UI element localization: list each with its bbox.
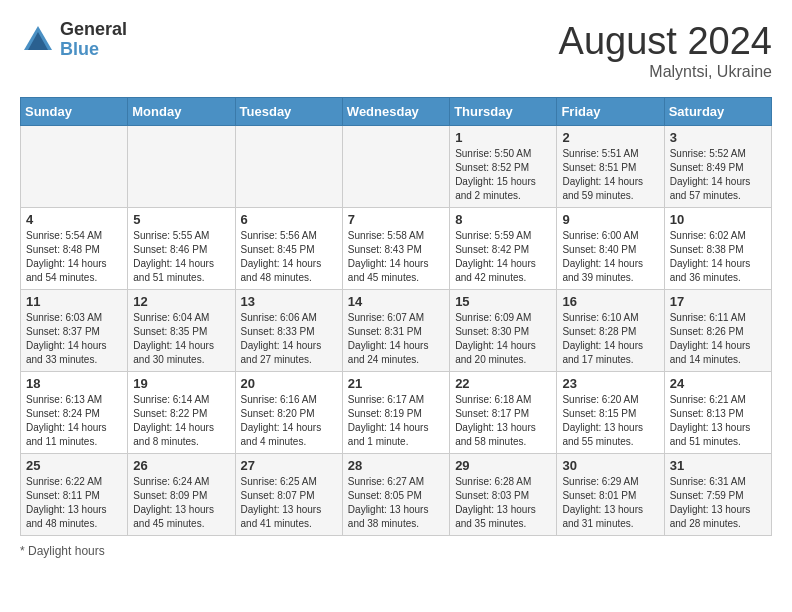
day-number: 17 [670, 294, 766, 309]
day-number: 21 [348, 376, 444, 391]
table-cell: 26Sunrise: 6:24 AM Sunset: 8:09 PM Dayli… [128, 454, 235, 536]
table-cell [342, 126, 449, 208]
day-number: 15 [455, 294, 551, 309]
week-row-4: 25Sunrise: 6:22 AM Sunset: 8:11 PM Dayli… [21, 454, 772, 536]
logo-blue: Blue [60, 40, 127, 60]
table-cell: 24Sunrise: 6:21 AM Sunset: 8:13 PM Dayli… [664, 372, 771, 454]
day-info: Sunrise: 6:17 AM Sunset: 8:19 PM Dayligh… [348, 393, 444, 449]
day-info: Sunrise: 5:55 AM Sunset: 8:46 PM Dayligh… [133, 229, 229, 285]
table-cell: 1Sunrise: 5:50 AM Sunset: 8:52 PM Daylig… [450, 126, 557, 208]
calendar-header: Sunday Monday Tuesday Wednesday Thursday… [21, 98, 772, 126]
day-info: Sunrise: 6:14 AM Sunset: 8:22 PM Dayligh… [133, 393, 229, 449]
logo-general: General [60, 20, 127, 40]
day-number: 14 [348, 294, 444, 309]
table-cell [235, 126, 342, 208]
table-cell: 7Sunrise: 5:58 AM Sunset: 8:43 PM Daylig… [342, 208, 449, 290]
calendar-table: Sunday Monday Tuesday Wednesday Thursday… [20, 97, 772, 536]
day-info: Sunrise: 6:13 AM Sunset: 8:24 PM Dayligh… [26, 393, 122, 449]
logo-icon [20, 22, 56, 58]
day-number: 18 [26, 376, 122, 391]
day-number: 7 [348, 212, 444, 227]
table-cell: 21Sunrise: 6:17 AM Sunset: 8:19 PM Dayli… [342, 372, 449, 454]
table-cell: 2Sunrise: 5:51 AM Sunset: 8:51 PM Daylig… [557, 126, 664, 208]
day-info: Sunrise: 6:09 AM Sunset: 8:30 PM Dayligh… [455, 311, 551, 367]
table-cell: 19Sunrise: 6:14 AM Sunset: 8:22 PM Dayli… [128, 372, 235, 454]
day-info: Sunrise: 5:56 AM Sunset: 8:45 PM Dayligh… [241, 229, 337, 285]
day-info: Sunrise: 6:11 AM Sunset: 8:26 PM Dayligh… [670, 311, 766, 367]
day-info: Sunrise: 6:16 AM Sunset: 8:20 PM Dayligh… [241, 393, 337, 449]
day-info: Sunrise: 5:50 AM Sunset: 8:52 PM Dayligh… [455, 147, 551, 203]
table-cell: 28Sunrise: 6:27 AM Sunset: 8:05 PM Dayli… [342, 454, 449, 536]
day-number: 5 [133, 212, 229, 227]
day-number: 31 [670, 458, 766, 473]
table-cell: 23Sunrise: 6:20 AM Sunset: 8:15 PM Dayli… [557, 372, 664, 454]
week-row-1: 4Sunrise: 5:54 AM Sunset: 8:48 PM Daylig… [21, 208, 772, 290]
day-info: Sunrise: 6:29 AM Sunset: 8:01 PM Dayligh… [562, 475, 658, 531]
table-cell: 15Sunrise: 6:09 AM Sunset: 8:30 PM Dayli… [450, 290, 557, 372]
calendar-body: 1Sunrise: 5:50 AM Sunset: 8:52 PM Daylig… [21, 126, 772, 536]
header-thursday: Thursday [450, 98, 557, 126]
day-info: Sunrise: 6:25 AM Sunset: 8:07 PM Dayligh… [241, 475, 337, 531]
table-cell: 14Sunrise: 6:07 AM Sunset: 8:31 PM Dayli… [342, 290, 449, 372]
day-number: 3 [670, 130, 766, 145]
header-row: Sunday Monday Tuesday Wednesday Thursday… [21, 98, 772, 126]
day-info: Sunrise: 6:04 AM Sunset: 8:35 PM Dayligh… [133, 311, 229, 367]
day-info: Sunrise: 6:24 AM Sunset: 8:09 PM Dayligh… [133, 475, 229, 531]
page-header: General Blue August 2024 Malyntsi, Ukrai… [20, 20, 772, 81]
day-number: 28 [348, 458, 444, 473]
day-info: Sunrise: 6:10 AM Sunset: 8:28 PM Dayligh… [562, 311, 658, 367]
logo-text: General Blue [60, 20, 127, 60]
week-row-2: 11Sunrise: 6:03 AM Sunset: 8:37 PM Dayli… [21, 290, 772, 372]
header-wednesday: Wednesday [342, 98, 449, 126]
day-number: 9 [562, 212, 658, 227]
day-number: 26 [133, 458, 229, 473]
day-number: 11 [26, 294, 122, 309]
table-cell: 8Sunrise: 5:59 AM Sunset: 8:42 PM Daylig… [450, 208, 557, 290]
table-cell: 25Sunrise: 6:22 AM Sunset: 8:11 PM Dayli… [21, 454, 128, 536]
header-friday: Friday [557, 98, 664, 126]
day-info: Sunrise: 5:52 AM Sunset: 8:49 PM Dayligh… [670, 147, 766, 203]
table-cell: 12Sunrise: 6:04 AM Sunset: 8:35 PM Dayli… [128, 290, 235, 372]
day-info: Sunrise: 6:02 AM Sunset: 8:38 PM Dayligh… [670, 229, 766, 285]
table-cell: 20Sunrise: 6:16 AM Sunset: 8:20 PM Dayli… [235, 372, 342, 454]
title-block: August 2024 Malyntsi, Ukraine [559, 20, 772, 81]
day-number: 30 [562, 458, 658, 473]
table-cell: 22Sunrise: 6:18 AM Sunset: 8:17 PM Dayli… [450, 372, 557, 454]
day-number: 29 [455, 458, 551, 473]
day-info: Sunrise: 6:18 AM Sunset: 8:17 PM Dayligh… [455, 393, 551, 449]
day-number: 1 [455, 130, 551, 145]
day-info: Sunrise: 6:00 AM Sunset: 8:40 PM Dayligh… [562, 229, 658, 285]
day-number: 23 [562, 376, 658, 391]
table-cell: 17Sunrise: 6:11 AM Sunset: 8:26 PM Dayli… [664, 290, 771, 372]
day-info: Sunrise: 6:28 AM Sunset: 8:03 PM Dayligh… [455, 475, 551, 531]
week-row-3: 18Sunrise: 6:13 AM Sunset: 8:24 PM Dayli… [21, 372, 772, 454]
day-info: Sunrise: 6:22 AM Sunset: 8:11 PM Dayligh… [26, 475, 122, 531]
day-info: Sunrise: 5:51 AM Sunset: 8:51 PM Dayligh… [562, 147, 658, 203]
day-number: 19 [133, 376, 229, 391]
table-cell: 13Sunrise: 6:06 AM Sunset: 8:33 PM Dayli… [235, 290, 342, 372]
table-cell [128, 126, 235, 208]
footer-note-text: Daylight hours [28, 544, 105, 558]
table-cell: 9Sunrise: 6:00 AM Sunset: 8:40 PM Daylig… [557, 208, 664, 290]
table-cell: 5Sunrise: 5:55 AM Sunset: 8:46 PM Daylig… [128, 208, 235, 290]
location-title: Malyntsi, Ukraine [559, 63, 772, 81]
day-info: Sunrise: 5:54 AM Sunset: 8:48 PM Dayligh… [26, 229, 122, 285]
day-info: Sunrise: 5:59 AM Sunset: 8:42 PM Dayligh… [455, 229, 551, 285]
day-info: Sunrise: 6:31 AM Sunset: 7:59 PM Dayligh… [670, 475, 766, 531]
day-info: Sunrise: 6:06 AM Sunset: 8:33 PM Dayligh… [241, 311, 337, 367]
header-sunday: Sunday [21, 98, 128, 126]
day-info: Sunrise: 6:27 AM Sunset: 8:05 PM Dayligh… [348, 475, 444, 531]
day-number: 27 [241, 458, 337, 473]
table-cell [21, 126, 128, 208]
table-cell: 3Sunrise: 5:52 AM Sunset: 8:49 PM Daylig… [664, 126, 771, 208]
month-title: August 2024 [559, 20, 772, 63]
header-saturday: Saturday [664, 98, 771, 126]
table-cell: 27Sunrise: 6:25 AM Sunset: 8:07 PM Dayli… [235, 454, 342, 536]
day-number: 12 [133, 294, 229, 309]
day-number: 20 [241, 376, 337, 391]
footer-note: * Daylight hours [20, 544, 772, 558]
day-info: Sunrise: 6:21 AM Sunset: 8:13 PM Dayligh… [670, 393, 766, 449]
day-number: 8 [455, 212, 551, 227]
day-number: 2 [562, 130, 658, 145]
table-cell: 31Sunrise: 6:31 AM Sunset: 7:59 PM Dayli… [664, 454, 771, 536]
